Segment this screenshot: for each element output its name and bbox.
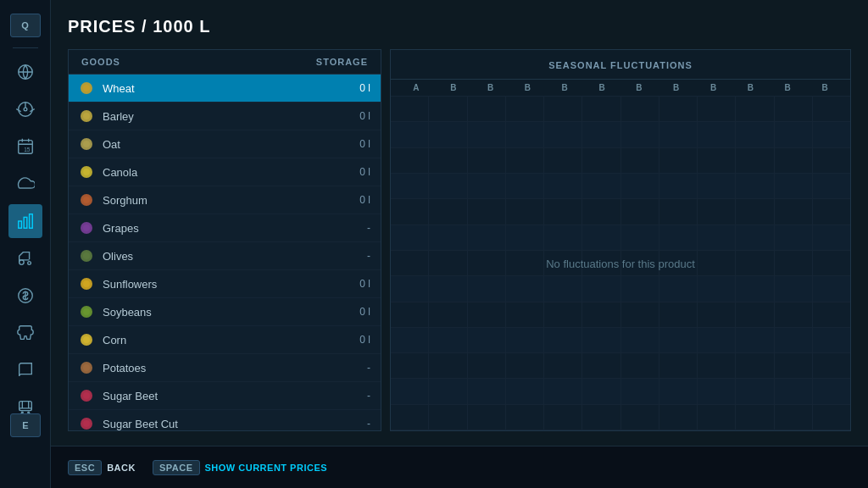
seasonal-col-label: B <box>509 83 546 92</box>
tractor-icon[interactable] <box>8 241 42 275</box>
seasonal-cell <box>429 251 467 275</box>
goods-icon <box>79 304 94 319</box>
seasonal-cell <box>429 97 467 121</box>
seasonal-cell <box>659 174 698 198</box>
seasonal-cell <box>813 148 850 173</box>
seasonal-cell <box>621 328 659 352</box>
svg-rect-7 <box>29 214 32 229</box>
seasonal-cell <box>775 405 813 430</box>
seasonal-cell <box>659 225 698 250</box>
goods-name: Soybeans <box>103 306 345 319</box>
seasonal-col-label: B <box>472 83 509 92</box>
chart-icon[interactable] <box>8 204 42 238</box>
seasonal-cell <box>736 276 774 301</box>
seasonal-cell <box>391 174 429 198</box>
seasonal-col-label: B <box>695 83 732 92</box>
seasonal-cell <box>582 174 620 198</box>
seasonal-cell <box>468 122 506 147</box>
back-key-group[interactable]: ESC BACK <box>68 460 136 475</box>
seasonal-cell <box>621 302 659 327</box>
seasonal-cell <box>429 302 467 327</box>
seasonal-cell <box>544 122 582 147</box>
show-prices-key-group[interactable]: SPACE SHOW CURRENT PRICES <box>153 460 327 475</box>
seasonal-cell <box>429 353 467 378</box>
goods-item[interactable]: Sugar Beet - <box>69 382 381 410</box>
animal-icon[interactable] <box>8 316 42 350</box>
seasonal-cell <box>582 379 620 403</box>
goods-storage: - <box>345 418 370 430</box>
goods-item[interactable]: Sorghum 0 l <box>69 186 381 214</box>
seasonal-cell <box>506 225 544 250</box>
goods-storage: 0 l <box>345 194 370 206</box>
seasonal-cell <box>429 225 467 250</box>
svg-point-37 <box>83 392 90 399</box>
seasonal-cell <box>698 302 736 327</box>
goods-item[interactable]: Grapes - <box>69 214 381 242</box>
seasonal-cell <box>659 122 698 147</box>
seasonal-panel: SEASONAL FLUCTUATIONS ABBBBBBBBBBB No fl… <box>390 49 851 431</box>
seasonal-cell <box>544 225 582 250</box>
seasonal-cell <box>544 199 582 224</box>
seasonal-cell <box>544 302 582 327</box>
seasonal-cell <box>582 328 620 352</box>
seasonal-cell <box>698 174 736 198</box>
seasonal-cell <box>659 276 698 301</box>
sidebar-divider-1 <box>13 47 38 48</box>
goods-item[interactable]: Soybeans 0 l <box>69 298 381 326</box>
dollar-icon[interactable] <box>8 279 42 313</box>
goods-item[interactable]: Canola 0 l <box>69 158 381 186</box>
seasonal-cell <box>813 276 850 301</box>
seasonal-cell <box>775 328 813 352</box>
seasonal-cell <box>659 148 698 173</box>
goods-item[interactable]: Potatoes - <box>69 354 381 382</box>
goods-item[interactable]: Olives - <box>69 242 381 270</box>
seasonal-cell <box>582 276 620 301</box>
svg-point-29 <box>83 280 90 287</box>
steering-icon[interactable] <box>8 92 42 126</box>
journal-icon[interactable] <box>8 353 42 387</box>
seasonal-cell <box>698 97 736 121</box>
seasonal-cell <box>506 353 544 378</box>
calendar-icon[interactable]: 15 <box>8 130 42 164</box>
seasonal-cell <box>775 122 813 147</box>
seasonal-cell <box>429 174 467 198</box>
goods-icon <box>79 136 94 152</box>
seasonal-cell <box>582 199 620 224</box>
goods-item[interactable]: Sunflowers 0 l <box>69 270 381 298</box>
svg-point-23 <box>83 197 90 203</box>
goods-name: Potatoes <box>103 362 345 374</box>
goods-storage: - <box>345 222 370 234</box>
goods-column-label: GOODS <box>81 57 120 67</box>
seasonal-cell <box>736 379 774 403</box>
seasonal-cell <box>621 199 659 224</box>
e-key-button[interactable]: E <box>10 413 41 437</box>
seasonal-cell <box>429 379 467 403</box>
seasonal-cell <box>736 302 774 327</box>
seasonal-cell <box>736 328 774 352</box>
seasonal-cell <box>544 174 582 198</box>
seasonal-cell <box>468 405 506 430</box>
no-fluctuations-text: No fluctuations for this product <box>546 258 695 270</box>
seasonal-cell <box>736 174 774 198</box>
seasonal-cell <box>582 122 620 147</box>
goods-name: Sunflowers <box>103 278 345 291</box>
weather-icon[interactable] <box>8 167 42 201</box>
seasonal-cell <box>698 353 736 378</box>
svg-point-21 <box>83 169 90 175</box>
goods-item[interactable]: Wheat 0 l <box>69 75 381 103</box>
seasonal-cell <box>621 276 659 301</box>
goods-item[interactable]: Barley 0 l <box>69 103 381 130</box>
sidebar: Q 15 E <box>0 0 51 488</box>
goods-item[interactable]: Oat 0 l <box>69 130 381 158</box>
q-key-button[interactable]: Q <box>10 14 41 37</box>
goods-item[interactable]: Corn 0 l <box>69 326 381 354</box>
goods-item[interactable]: Sugar Beet Cut - <box>69 410 381 430</box>
globe-icon[interactable] <box>8 55 42 89</box>
seasonal-cell <box>506 405 544 430</box>
svg-point-15 <box>83 85 90 92</box>
seasonal-row <box>391 302 850 328</box>
seasonal-cell <box>468 174 506 198</box>
seasonal-cell <box>775 379 813 403</box>
seasonal-col-label: B <box>435 83 472 92</box>
seasonal-row <box>391 328 850 353</box>
